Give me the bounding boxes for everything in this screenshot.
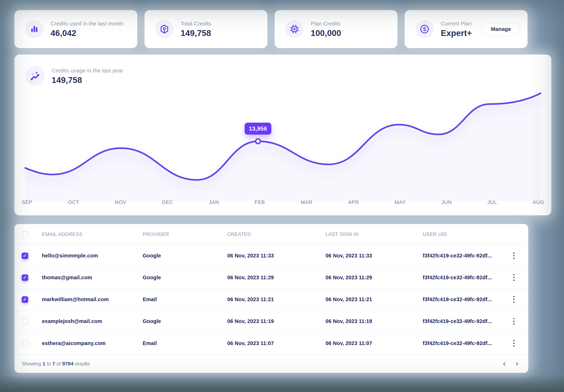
row-checkbox[interactable] [22, 318, 28, 325]
cell-created: 06 Nov, 2023 11:19 [227, 318, 325, 324]
cell-created: 06 Nov, 2023 11:29 [227, 275, 325, 280]
x-axis-label: OCT [68, 199, 79, 209]
x-axis-label: NOV [115, 199, 127, 209]
row-actions-kebab-icon[interactable] [510, 318, 517, 325]
stat-value: Expert+ [441, 28, 472, 38]
trend-line-sparkle-icon [29, 70, 41, 82]
x-axis-label: JAN [209, 199, 219, 209]
manage-plan-button[interactable]: Manage [482, 23, 520, 36]
chart-title: Credits usage in the last year [52, 68, 123, 74]
column-header-email: EMAIL ADDRESS [42, 232, 143, 237]
dashboard: { "colors": { "background": "#7b94ab", "… [0, 0, 564, 392]
dollar-icon: $ [419, 24, 430, 34]
cell-user-uid: f3f42fc419-ce32-49fc-92df... [423, 340, 510, 346]
svg-text:$: $ [423, 26, 426, 32]
stat-card-total-credits: Total Credits 149,758 [144, 10, 267, 48]
table-row: examplejosh@mail.comGoogle06 Nov, 2023 1… [14, 310, 528, 332]
stat-icon-circle: $ [415, 20, 434, 38]
chevron-right-icon [515, 362, 519, 366]
bar-chart-icon [29, 24, 40, 34]
select-all-checkbox[interactable] [22, 231, 28, 238]
cell-user-uid: f3f42fc419-ce32-49fc-92df... [423, 296, 510, 302]
stat-icon-circle [285, 20, 304, 38]
results-total: 9794 [62, 361, 73, 366]
row-actions-kebab-icon[interactable] [510, 296, 517, 303]
row-checkbox[interactable] [22, 340, 28, 347]
stat-label: Current Plan [441, 21, 472, 27]
bottom-gradient-band [0, 375, 564, 392]
column-header-provider: PROVIDER [143, 232, 227, 237]
table-body: ✓hello@simmmple.comGoogle06 Nov, 2023 11… [14, 245, 528, 354]
cell-last-sign-in: 06 Nov, 2023 11:07 [325, 340, 423, 346]
chart-tooltip: 13,956 [245, 123, 271, 135]
x-axis-labels: SEPOCTNOVDECJANFEBMARAPRMAYJUNJULAUG [14, 199, 551, 209]
cell-email: examplejosh@mail.com [42, 318, 143, 324]
cell-created: 06 Nov, 2023 11:33 [227, 253, 325, 259]
column-header-last-sign-in: LAST SIGN IN [325, 232, 423, 237]
stat-card-credits-used: Credits used in the last month 46,042 [14, 10, 137, 48]
table-row: ✓hello@simmmple.comGoogle06 Nov, 2023 11… [14, 245, 528, 267]
range-end: 7 [52, 361, 55, 366]
chip-icon [289, 24, 300, 34]
x-axis-label: MAY [395, 199, 406, 209]
previous-page-button[interactable] [500, 360, 508, 368]
cell-last-sign-in: 06 Nov, 2023 11:29 [325, 275, 423, 280]
cell-provider: Email [143, 340, 227, 346]
cell-last-sign-in: 06 Nov, 2023 11:19 [325, 318, 423, 324]
row-actions-kebab-icon[interactable] [510, 340, 517, 347]
cube-icon [159, 24, 170, 34]
stat-icon-circle [25, 20, 43, 38]
stat-label: Credits used in the last month [51, 21, 123, 27]
row-checkbox[interactable]: ✓ [22, 274, 28, 281]
users-table-card: EMAIL ADDRESS PROVIDER CREATED LAST SIGN… [14, 224, 528, 373]
x-axis-label: FEB [254, 199, 265, 209]
row-actions-kebab-icon[interactable] [510, 274, 517, 281]
cell-provider: Google [143, 318, 227, 324]
credits-usage-chart-card: Credits usage in the last year 149,758 1… [14, 55, 551, 215]
column-header-created: CREATED [227, 232, 325, 237]
cell-email: esthera@aicompany.com [42, 340, 143, 346]
data-point-marker[interactable] [256, 139, 260, 144]
x-axis-label: JUN [441, 199, 452, 209]
pagination-controls [500, 360, 521, 368]
cell-last-sign-in: 06 Nov, 2023 11:21 [325, 296, 423, 302]
row-checkbox[interactable]: ✓ [22, 296, 28, 303]
results-word: results [75, 361, 90, 366]
cell-user-uid: f3f42fc419-ce32-49fc-92df... [423, 275, 510, 280]
cell-created: 06 Nov, 2023 11:07 [227, 340, 325, 346]
cell-provider: Google [143, 275, 227, 280]
stat-value: 46,042 [51, 28, 123, 38]
chevron-left-icon [502, 362, 507, 366]
column-header-user-uid: USER UID [423, 232, 510, 237]
range-start: 1 [42, 361, 45, 366]
results-summary: Showing 1 to 7 of 9794 results [22, 361, 90, 367]
cell-email: markwilliam@hotmail.com [42, 296, 143, 302]
cell-email: thomas@gmail.com [42, 275, 143, 280]
stat-card-current-plan: $ Current Plan Expert+ Manage [405, 10, 527, 48]
stat-label: Total Credits [181, 21, 211, 27]
of-word: of [56, 361, 61, 366]
table-header-row: EMAIL ADDRESS PROVIDER CREATED LAST SIGN… [14, 224, 528, 245]
showing-word: Showing [22, 361, 41, 366]
table-row: ✓markwilliam@hotmail.comEmail06 Nov, 202… [14, 289, 528, 310]
x-axis-label: MAR [301, 199, 312, 209]
cell-provider: Email [143, 296, 227, 302]
stat-icon-circle [155, 20, 173, 38]
x-axis-label: AUG [533, 199, 544, 209]
table-row: esthera@aicompany.comEmail06 Nov, 2023 1… [14, 332, 528, 354]
next-page-button[interactable] [513, 360, 521, 368]
x-axis-label: JUL [487, 199, 497, 209]
x-axis-label: APR [348, 199, 359, 209]
stat-value: 149,758 [181, 28, 211, 38]
x-axis-label: DEC [162, 199, 173, 209]
row-actions-kebab-icon[interactable] [510, 252, 517, 259]
table-footer: Showing 1 to 7 of 9794 results [14, 354, 528, 373]
x-axis-label: SEP [22, 199, 32, 209]
cell-created: 06 Nov, 2023 11:21 [227, 296, 325, 302]
cell-provider: Google [143, 253, 227, 259]
to-word: to [47, 361, 51, 366]
table-row: ✓thomas@gmail.comGoogle06 Nov, 2023 11:2… [14, 267, 528, 289]
row-checkbox[interactable]: ✓ [22, 252, 28, 259]
credits-line-chart[interactable] [14, 82, 551, 201]
stat-value: 100,000 [311, 28, 341, 38]
